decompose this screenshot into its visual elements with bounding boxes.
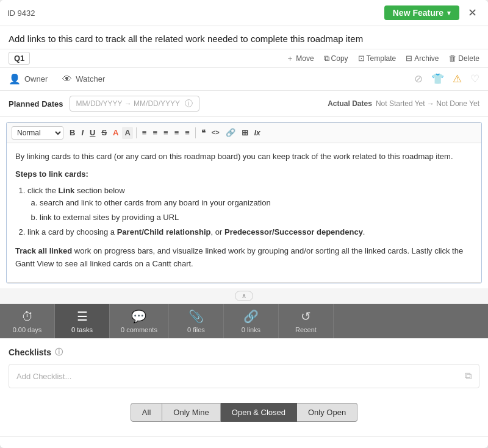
no-icon[interactable]: ⊘ bbox=[414, 73, 423, 85]
checklists-label: Checklists bbox=[9, 347, 51, 357]
actual-dates-value: Not Started Yet → Not Done Yet bbox=[376, 99, 479, 108]
owner-left: 👤 Owner 👁 Watcher bbox=[9, 73, 105, 85]
heart-icon[interactable]: ♡ bbox=[470, 73, 479, 85]
links-icon: 🔗 bbox=[243, 309, 259, 324]
clear-format-button[interactable]: Ix bbox=[252, 127, 263, 138]
template-action[interactable]: ⊡ Template bbox=[358, 54, 396, 63]
checklists-title: Checklists ⓘ bbox=[9, 347, 479, 358]
tabs-bar: ⏱ 0.00 days ☰ 0 tasks 💬 0 comments 📎 0 f… bbox=[0, 304, 488, 338]
list-ordered-button[interactable]: ≡ bbox=[172, 127, 182, 139]
help-icon[interactable]: ⓘ bbox=[55, 347, 63, 358]
tab-recent-label: Recent bbox=[295, 326, 317, 333]
planned-dates-label: Planned Dates bbox=[9, 99, 63, 108]
editor-track: Track all linked work on progress bars, … bbox=[15, 245, 473, 271]
archive-action[interactable]: ⊟ Archive bbox=[406, 54, 439, 63]
q1-actions: ＋ Move ⧉ Copy ⊡ Template ⊟ Archive 🗑 Del… bbox=[286, 53, 479, 64]
tab-comments[interactable]: 💬 0 comments bbox=[110, 304, 169, 338]
editor-step2: link a card by choosing a Parent/Child r… bbox=[27, 226, 473, 239]
modal-header: ID 9432 New Feature ▾ ✕ bbox=[0, 0, 488, 26]
editor-step1-sub: search and link to other cards from any … bbox=[40, 197, 473, 224]
quote-button[interactable]: ❝ bbox=[199, 127, 208, 139]
strikethrough-button[interactable]: S bbox=[99, 127, 109, 139]
filter-only-open-button[interactable]: Only Open bbox=[297, 403, 357, 422]
collapse-bar: ∧ bbox=[0, 288, 488, 304]
link-button[interactable]: 🔗 bbox=[223, 127, 238, 139]
tab-tasks-label: 0 tasks bbox=[71, 326, 93, 333]
add-checklist-input[interactable]: Add Checklist... ⧉ bbox=[9, 364, 479, 388]
bold-button[interactable]: B bbox=[67, 127, 77, 139]
tab-files-label: 0 files bbox=[187, 326, 205, 333]
dates-left: Planned Dates MM/DD/YYYY → MM/DD/YYYY ⓘ bbox=[9, 96, 199, 112]
eye-icon: 👁 bbox=[62, 74, 72, 85]
header-right: New Feature ▾ ✕ bbox=[384, 5, 481, 21]
delete-action[interactable]: 🗑 Delete bbox=[448, 54, 479, 63]
toolbar-separator-1 bbox=[136, 127, 137, 138]
modal-id: ID 9432 bbox=[7, 9, 35, 18]
align-left-button[interactable]: ≡ bbox=[140, 127, 149, 139]
dates-row: Planned Dates MM/DD/YYYY → MM/DD/YYYY ⓘ … bbox=[0, 91, 488, 117]
editor-step1: click the Link section below search and … bbox=[27, 185, 473, 224]
toolbar-separator-2 bbox=[195, 127, 196, 138]
checklists-section: Checklists ⓘ Add Checklist... ⧉ All Only… bbox=[0, 338, 488, 437]
trash-icon: 🗑 bbox=[448, 54, 456, 63]
chevron-down-icon: ▾ bbox=[447, 9, 451, 17]
modal: ID 9432 New Feature ▾ ✕ Add links to thi… bbox=[0, 0, 488, 448]
warning-icon[interactable]: ⚠ bbox=[453, 73, 462, 85]
format-select[interactable]: Normal Heading 1 Heading 2 Heading 3 bbox=[12, 126, 63, 140]
code-button[interactable]: <> bbox=[209, 127, 222, 138]
filter-row: All Only Mine Open & Closed Only Open bbox=[9, 397, 479, 430]
tab-comments-label: 0 comments bbox=[121, 326, 157, 333]
template-label: Template bbox=[367, 54, 396, 63]
move-action[interactable]: ＋ Move bbox=[286, 53, 314, 64]
tab-recent[interactable]: ↺ Recent bbox=[279, 304, 334, 338]
tab-files[interactable]: 📎 0 files bbox=[169, 304, 224, 338]
editor-intro: By linking cards to this card (or any ca… bbox=[15, 151, 473, 163]
person-icon: 👤 bbox=[9, 73, 21, 85]
info-icon: ⓘ bbox=[185, 98, 193, 109]
close-button[interactable]: ✕ bbox=[464, 5, 481, 21]
files-icon: 📎 bbox=[188, 309, 204, 324]
filter-only-mine-button[interactable]: Only Mine bbox=[162, 403, 221, 422]
font-color-button[interactable]: A bbox=[110, 127, 121, 139]
table-button[interactable]: ⊞ bbox=[239, 127, 251, 139]
actual-dates-label: Actual Dates bbox=[328, 99, 372, 108]
align-right-button[interactable]: ≡ bbox=[161, 127, 171, 139]
badge-label: New Feature bbox=[393, 8, 443, 18]
collapse-button[interactable]: ∧ bbox=[235, 291, 253, 301]
underline-button[interactable]: U bbox=[87, 127, 98, 139]
planned-dates-input[interactable]: MM/DD/YYYY → MM/DD/YYYY ⓘ bbox=[70, 96, 199, 112]
tab-links[interactable]: 🔗 0 links bbox=[224, 304, 279, 338]
tab-tasks[interactable]: ☰ 0 tasks bbox=[55, 304, 110, 338]
shirt-icon[interactable]: 👕 bbox=[431, 73, 444, 85]
status-badge[interactable]: New Feature ▾ bbox=[384, 5, 459, 20]
card-title: Add links to this card to track all the … bbox=[0, 26, 488, 49]
q1-bar: Q1 ＋ Move ⧉ Copy ⊡ Template ⊟ Archive 🗑 … bbox=[0, 49, 488, 68]
owner-row: 👤 Owner 👁 Watcher ⊘ 👕 ⚠ ♡ bbox=[0, 68, 488, 91]
tab-time-label: 0.00 days bbox=[13, 326, 42, 333]
owner-right: ⊘ 👕 ⚠ ♡ bbox=[414, 73, 479, 85]
archive-icon: ⊟ bbox=[406, 54, 412, 63]
comments-icon: 💬 bbox=[131, 309, 146, 324]
italic-button[interactable]: I bbox=[79, 127, 86, 139]
recent-icon: ↺ bbox=[301, 309, 311, 324]
editor-content[interactable]: By linking cards to this card (or any ca… bbox=[7, 143, 481, 283]
copy-action[interactable]: ⧉ Copy bbox=[324, 54, 348, 63]
archive-label: Archive bbox=[414, 54, 439, 63]
copy-icon: ⧉ bbox=[324, 54, 329, 63]
font-highlight-button[interactable]: A bbox=[122, 127, 132, 139]
add-checklist-placeholder: Add Checklist... bbox=[16, 372, 71, 381]
editor-steps-list: click the Link section below search and … bbox=[27, 185, 473, 239]
watcher-item[interactable]: 👁 Watcher bbox=[62, 74, 105, 85]
editor-step1b: link to external sites by providing a UR… bbox=[40, 212, 473, 224]
owner-item[interactable]: 👤 Owner bbox=[9, 73, 48, 85]
planned-dates-value: MM/DD/YYYY → MM/DD/YYYY bbox=[76, 99, 180, 108]
tab-time[interactable]: ⏱ 0.00 days bbox=[0, 304, 55, 338]
copy-checklist-icon: ⧉ bbox=[465, 371, 472, 382]
editor-step1a: search and link to other cards from any … bbox=[40, 197, 473, 210]
list-unordered-button[interactable]: ≡ bbox=[182, 127, 192, 139]
filter-all-button[interactable]: All bbox=[131, 403, 162, 422]
editor-steps-title: Steps to link cards: bbox=[15, 168, 473, 181]
q1-label[interactable]: Q1 bbox=[9, 52, 30, 65]
align-center-button[interactable]: ≡ bbox=[150, 127, 160, 139]
filter-open-closed-button[interactable]: Open & Closed bbox=[221, 403, 297, 422]
